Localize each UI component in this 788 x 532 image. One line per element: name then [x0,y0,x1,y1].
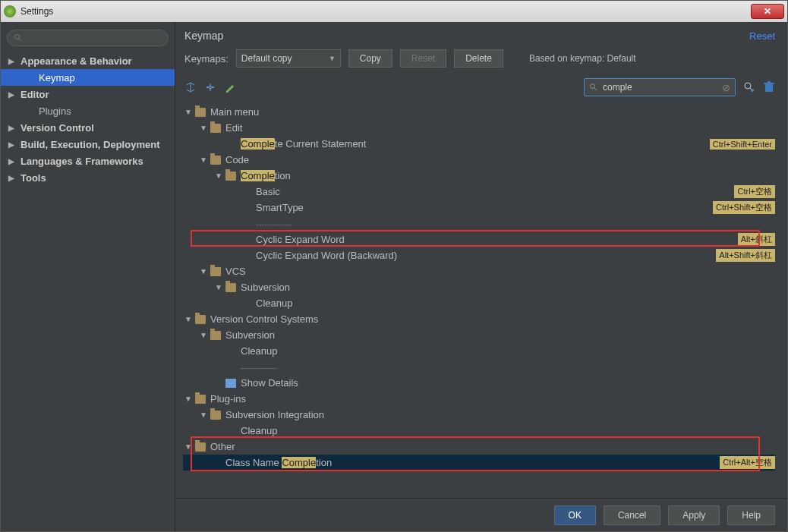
tree-row[interactable]: ▼Version Control Systems [183,311,775,327]
help-button[interactable]: Help [727,505,775,525]
tree-row[interactable]: Complete Current StatementCtrl+Shift+Ent… [183,136,775,152]
tree-row[interactable]: ------------- [183,359,775,375]
detail-icon [225,379,236,388]
tree-row[interactable]: Cleanup [183,343,775,359]
tree-row[interactable]: BasicCtrl+空格 [183,184,775,200]
tree-row[interactable]: ▼Main menu [183,104,775,120]
tree-row[interactable]: ▼Subversion [183,327,775,343]
keymaps-dropdown[interactable]: Default copy ▼ [236,49,341,68]
tree-row[interactable]: Show Details [183,375,775,391]
tree-row[interactable]: Cyclic Expand Word (Backward)Alt+Shift+斜… [183,247,775,263]
keymap-tree[interactable]: ▼Main menu▼EditComplete Current Statemen… [183,104,775,471]
shortcut-badge: Ctrl+Shift+空格 [713,201,775,214]
copy-button[interactable]: Copy [348,49,392,68]
tree-row[interactable]: ▼Code [183,152,775,168]
svg-point-4 [745,83,751,89]
titlebar: Settings ✕ [1,1,787,22]
svg-line-1 [19,39,21,41]
collapse-all-icon[interactable] [204,81,216,93]
reset-button[interactable]: Reset [400,49,446,68]
page-title: Keymap [184,30,223,42]
sidebar-search-input[interactable] [7,30,169,46]
svg-point-2 [591,84,595,89]
tree-row[interactable]: ▼Other [183,439,775,455]
tree-row[interactable]: Cleanup [183,295,775,311]
window-title: Settings [20,6,53,17]
cancel-button[interactable]: Cancel [604,505,660,525]
tree-row[interactable]: Class Name CompletionCtrl+Alt+空格 [183,455,775,471]
chevron-down-icon: ▼ [329,55,336,62]
shortcut-badge: Ctrl+Shift+Enter [710,139,775,150]
folder-icon [210,124,221,133]
search-icon [589,83,598,92]
folder-icon [195,108,206,117]
tree-row[interactable]: ▼Edit [183,120,775,136]
clear-search-icon[interactable]: ⊘ [722,82,730,93]
folder-icon [210,156,221,165]
folder-icon [195,315,206,324]
edit-icon[interactable] [224,81,236,93]
action-search-input[interactable]: ⊘ [584,78,736,96]
tree-row[interactable]: ------------- [183,216,775,231]
tree-row[interactable]: Cleanup [183,423,775,439]
ok-button[interactable]: OK [554,505,596,525]
delete-shortcut-icon[interactable] [763,81,775,93]
keymaps-label: Keymaps: [184,53,229,65]
keymaps-value: Default copy [241,53,292,64]
tree-row[interactable]: ▼Subversion Integration [183,407,775,423]
tree-row[interactable]: ▼Completion [183,168,775,184]
tree-row[interactable]: ▼Subversion [183,279,775,295]
folder-icon [195,442,206,452]
sidebar-item-tools[interactable]: ▶Tools [1,169,175,186]
sidebar-item-languages-frameworks[interactable]: ▶Languages & Frameworks [1,153,175,169]
svg-point-0 [15,35,20,39]
folder-icon [225,283,236,292]
tree-row[interactable]: ▼Plug-ins [183,391,775,407]
shortcut-badge: Ctrl+Alt+空格 [720,456,775,469]
shortcut-badge: Alt+Shift+斜杠 [716,249,775,262]
sidebar-item-build-execution-deployment[interactable]: ▶Build, Execution, Deployment [1,136,175,153]
folder-icon [225,172,236,181]
sidebar-item-version-control[interactable]: ▶Version Control [1,119,175,136]
svg-point-6 [751,89,754,92]
shortcut-badge: Ctrl+空格 [734,185,775,198]
window-close-button[interactable]: ✕ [751,4,784,19]
apply-button[interactable]: Apply [668,505,720,525]
action-search-field[interactable] [601,81,719,93]
sidebar-item-keymap[interactable]: Keymap [1,69,175,86]
reset-link[interactable]: Reset [749,30,775,42]
search-icon [14,33,23,42]
settings-sidebar: ▶Appearance & BehaviorKeymap▶EditorPlugi… [1,22,175,531]
folder-icon [210,267,221,276]
expand-all-icon[interactable] [184,81,197,93]
sidebar-item-plugins[interactable]: Plugins [1,102,175,119]
folder-icon [195,395,206,404]
folder-icon [210,331,221,340]
tree-row[interactable]: SmartTypeCtrl+Shift+空格 [183,200,775,216]
delete-button[interactable]: Delete [454,49,503,68]
shortcut-badge: Alt+斜杠 [738,233,775,246]
sidebar-item-appearance-behavior[interactable]: ▶Appearance & Behavior [1,52,175,69]
app-logo-icon [4,5,16,17]
tree-row[interactable]: ▼VCS [183,263,775,279]
svg-line-3 [594,88,597,90]
folder-icon [210,411,221,420]
tree-row[interactable]: Cyclic Expand WordAlt+斜杠 [183,231,775,247]
find-shortcut-icon[interactable] [743,81,755,93]
sidebar-item-editor[interactable]: ▶Editor [1,86,175,102]
based-on-label: Based on keymap: Default [529,53,636,64]
